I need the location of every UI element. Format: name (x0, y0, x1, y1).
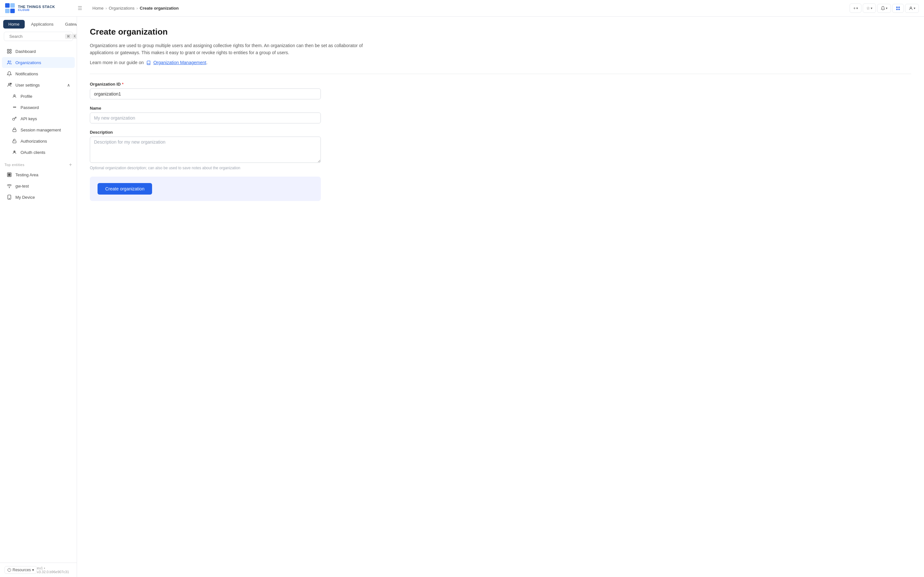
sidebar-item-session-management[interactable]: Session management (2, 124, 75, 135)
notifications-chevron: ▾ (886, 6, 887, 10)
top-entities-label: Top entities (5, 163, 24, 167)
page-description-text: Organizations are used to group multiple… (90, 43, 363, 55)
svg-rect-23 (8, 174, 9, 175)
svg-rect-8 (10, 49, 11, 51)
svg-rect-2 (897, 9, 898, 10)
sidebar-item-gw-test[interactable]: gw-test (2, 181, 75, 191)
sidebar-label-api-keys: API keys (21, 116, 37, 121)
svg-rect-9 (7, 52, 9, 53)
sidebar-nav: Dashboard Organizations Notifications (0, 44, 77, 562)
page-description: Organizations are used to group multiple… (90, 42, 366, 56)
bell-icon (881, 6, 885, 11)
sidebar-label-profile: Profile (21, 94, 32, 99)
gateway-icon (6, 183, 12, 189)
svg-point-4 (910, 7, 912, 8)
kbd-k: K (72, 34, 77, 39)
search-input[interactable] (9, 34, 63, 39)
logo-text: THE THINGS STACK CLOUD (18, 5, 55, 12)
bookmarks-chevron: ▾ (871, 6, 872, 10)
bookmarks-button[interactable]: ☆ ▾ (863, 3, 876, 13)
sidebar-toggle-button[interactable]: ☰ (78, 5, 82, 11)
form-footer: Create organization (90, 177, 321, 201)
learn-more-label: Learn more in our guide on (90, 60, 144, 65)
search-bar[interactable]: ⌘ K (4, 32, 73, 41)
sidebar-item-authorizations[interactable]: Authorizations (2, 135, 75, 147)
add-entity-icon[interactable]: + (69, 162, 72, 168)
section-divider (90, 74, 911, 74)
sidebar-item-organizations[interactable]: Organizations (2, 57, 75, 68)
description-label: Description (90, 130, 321, 135)
description-input[interactable] (90, 137, 321, 163)
org-id-input[interactable] (90, 89, 321, 99)
required-star: * (122, 82, 124, 87)
resources-chevron: ▾ (32, 568, 34, 572)
version-info: eu1 • v3.32.0.b96e907c31 (37, 566, 72, 574)
brand-name: THE THINGS STACK (18, 5, 55, 9)
user-settings-header[interactable]: User settings ∧ (2, 79, 75, 90)
sidebar-label-session: Session management (21, 127, 61, 132)
svg-rect-25 (8, 175, 9, 176)
create-org-button[interactable]: Create organization (97, 183, 152, 195)
org-id-group: Organization ID * (90, 82, 321, 99)
sidebar-item-oauth-clients[interactable]: OAuth clients (2, 147, 75, 158)
sidebar-label-authorizations: Authorizations (21, 139, 47, 143)
breadcrumb-organizations[interactable]: Organizations (109, 6, 134, 11)
star-icon: ☆ (866, 6, 870, 11)
name-input[interactable] (90, 113, 321, 123)
org-id-label: Organization ID * (90, 82, 321, 87)
sidebar-label-organizations: Organizations (15, 60, 41, 65)
sidebar-label-dashboard: Dashboard (15, 49, 36, 54)
top-nav: THE THINGS STACK CLOUD ☰ Home › Organiza… (0, 0, 924, 17)
brand-sub: CLOUD (18, 9, 55, 12)
sidebar-item-api-keys[interactable]: API keys (2, 113, 75, 124)
add-button[interactable]: + ▾ (850, 3, 861, 13)
sidebar-label-oauth: OAuth clients (21, 150, 45, 155)
tab-applications[interactable]: Applications (26, 20, 59, 29)
notifications-icon (6, 71, 12, 77)
sidebar-item-my-device[interactable]: My Device (2, 192, 75, 203)
svg-rect-7 (7, 49, 9, 51)
top-entities-section: Top entities + (0, 158, 77, 169)
app-icon (6, 172, 12, 177)
console-button[interactable] (892, 4, 904, 13)
profile-button[interactable]: ▾ (905, 4, 919, 13)
top-actions: + ▾ ☆ ▾ ▾ ▾ (850, 3, 919, 13)
svg-rect-18 (13, 129, 16, 131)
sidebar-label-notifications: Notifications (15, 71, 38, 76)
breadcrumb-current: Create organization (140, 6, 179, 11)
device-icon (6, 194, 12, 200)
notifications-button[interactable]: ▾ (877, 4, 891, 13)
page-title: Create organization (90, 27, 911, 37)
breadcrumb-home[interactable]: Home (92, 6, 103, 11)
sidebar-label-my-device: My Device (15, 195, 35, 200)
svg-rect-3 (898, 9, 900, 10)
sidebar-item-password[interactable]: ••• Password (2, 102, 75, 113)
description-hint: Optional organization description; can a… (90, 166, 321, 170)
create-org-form: Organization ID * Name Description Optio… (90, 82, 321, 201)
main-layout: Home Applications Gateways ⌘ K Dashboard (0, 17, 924, 577)
sidebar-item-dashboard[interactable]: Dashboard (2, 46, 75, 57)
sidebar-item-profile[interactable]: Profile (2, 91, 75, 102)
sidebar-item-testing-area[interactable]: Testing Area (2, 169, 75, 180)
svg-rect-26 (10, 175, 11, 176)
svg-point-12 (8, 83, 10, 85)
password-icon: ••• (11, 105, 17, 110)
breadcrumb-sep1: › (105, 6, 107, 11)
tab-home[interactable]: Home (3, 20, 25, 29)
search-kbd: ⌘ K (65, 34, 77, 39)
svg-point-11 (8, 61, 9, 62)
kbd-cmd: ⌘ (65, 34, 71, 39)
sidebar-label-gw-test: gw-test (15, 184, 29, 189)
name-group: Name (90, 106, 321, 123)
tab-gateways[interactable]: Gateways (60, 20, 77, 29)
logo-area: THE THINGS STACK CLOUD ☰ (5, 3, 82, 13)
sidebar-item-notifications[interactable]: Notifications (2, 68, 75, 79)
user-settings-label: User settings (15, 83, 40, 87)
breadcrumb-sep2: › (136, 6, 137, 11)
resources-button[interactable]: Resources ▾ (5, 566, 37, 574)
svg-point-21 (14, 151, 15, 152)
console-icon (896, 6, 900, 11)
user-icon (909, 6, 913, 11)
svg-rect-1 (898, 6, 900, 8)
org-management-link[interactable]: Organization Management (153, 60, 206, 65)
